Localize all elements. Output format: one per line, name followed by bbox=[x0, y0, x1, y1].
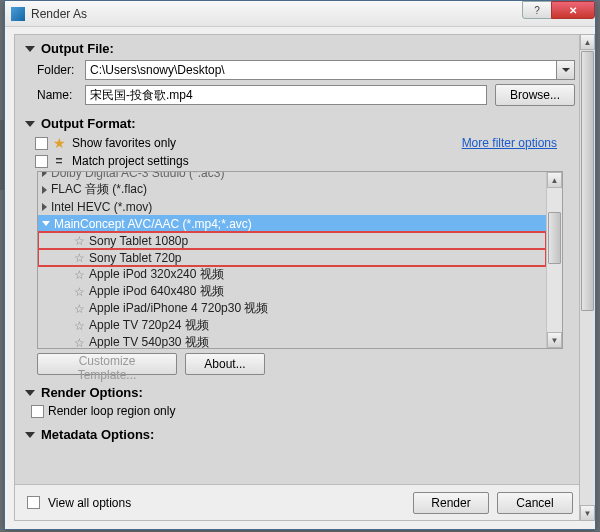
format-item[interactable]: FLAC 音频 (*.flac) bbox=[38, 181, 546, 198]
format-item-label: MainConcept AVC/AAC (*.mp4;*.avc) bbox=[54, 217, 252, 231]
format-item-label: FLAC 音频 (*.flac) bbox=[51, 181, 147, 198]
show-favorites-checkbox[interactable] bbox=[35, 137, 48, 150]
format-item[interactable]: ☆Apple iPad/iPhone 4 720p30 视频 bbox=[38, 300, 546, 317]
close-button[interactable]: ✕ bbox=[551, 1, 595, 19]
format-item[interactable]: ☆Apple iPod 640x480 视频 bbox=[38, 283, 546, 300]
metadata-options-section: Metadata Options: bbox=[15, 425, 585, 450]
folder-label: Folder: bbox=[37, 63, 85, 77]
match-project-checkbox[interactable] bbox=[35, 155, 48, 168]
metadata-options-header[interactable]: Metadata Options: bbox=[25, 427, 575, 442]
loop-region-checkbox[interactable] bbox=[31, 405, 44, 418]
output-file-section: Output File: Folder: Name: Browse... bbox=[15, 35, 585, 114]
collapse-arrow-icon bbox=[25, 390, 35, 396]
format-item-label: Sony Tablet 720p bbox=[89, 251, 182, 265]
collapse-arrow-icon bbox=[25, 121, 35, 127]
collapse-arrow-icon bbox=[25, 432, 35, 438]
render-button[interactable]: Render bbox=[413, 492, 489, 514]
favorite-star-icon[interactable]: ☆ bbox=[74, 319, 85, 333]
window-title: Render As bbox=[31, 7, 87, 21]
show-favorites-row: ★ Show favorites only More filter option… bbox=[35, 135, 575, 151]
loop-region-label: Render loop region only bbox=[48, 404, 175, 418]
name-label: Name: bbox=[37, 88, 85, 102]
help-button[interactable]: ? bbox=[522, 1, 552, 19]
cancel-button[interactable]: Cancel bbox=[497, 492, 573, 514]
tree-arrow-right-icon bbox=[42, 172, 47, 177]
format-item-label: Apple iPad/iPhone 4 720p30 视频 bbox=[89, 300, 268, 317]
dialog-content: Output File: Folder: Name: Browse... Out… bbox=[14, 34, 586, 521]
favorite-star-icon[interactable]: ☆ bbox=[74, 302, 85, 316]
format-list[interactable]: Dolby Digital AC-3 Studio (*.ac3)FLAC 音频… bbox=[38, 172, 546, 348]
format-item[interactable]: Intel HEVC (*.mov) bbox=[38, 198, 546, 215]
format-item-label: Apple iPod 640x480 视频 bbox=[89, 283, 224, 300]
dialog-scrollbar[interactable]: ▲ ▼ bbox=[579, 34, 595, 521]
render-options-title: Render Options: bbox=[41, 385, 143, 400]
folder-row: Folder: bbox=[37, 60, 575, 80]
output-format-title: Output Format: bbox=[41, 116, 136, 131]
tree-arrow-right-icon bbox=[42, 186, 47, 194]
format-item[interactable]: ☆Apple TV 540p30 视频 bbox=[38, 334, 546, 348]
titlebar[interactable]: Render As ? ✕ bbox=[5, 1, 595, 27]
format-item[interactable]: MainConcept AVC/AAC (*.mp4;*.avc) bbox=[38, 215, 546, 232]
format-item-label: Dolby Digital AC-3 Studio (*.ac3) bbox=[51, 172, 224, 180]
favorite-star-icon[interactable]: ☆ bbox=[74, 336, 85, 349]
format-item[interactable]: ☆Sony Tablet 1080p bbox=[38, 232, 546, 249]
format-scrollbar[interactable]: ▲ ▼ bbox=[546, 172, 562, 348]
more-filter-link[interactable]: More filter options bbox=[462, 136, 557, 150]
render-options-header[interactable]: Render Options: bbox=[25, 385, 575, 400]
format-item-label: Apple TV 720p24 视频 bbox=[89, 317, 209, 334]
customize-template-button[interactable]: Customize Template... bbox=[37, 353, 177, 375]
name-input[interactable] bbox=[85, 85, 487, 105]
scroll-thumb[interactable] bbox=[581, 51, 594, 311]
view-all-label: View all options bbox=[48, 496, 131, 510]
folder-dropdown[interactable] bbox=[557, 60, 575, 80]
scroll-thumb[interactable] bbox=[548, 212, 561, 264]
tree-arrow-down-icon bbox=[42, 221, 50, 226]
browse-button[interactable]: Browse... bbox=[495, 84, 575, 106]
favorite-star-icon[interactable]: ☆ bbox=[74, 251, 85, 265]
output-format-header[interactable]: Output Format: bbox=[25, 116, 575, 131]
tree-arrow-right-icon bbox=[42, 203, 47, 211]
folder-input[interactable] bbox=[85, 60, 557, 80]
format-item-label: Apple TV 540p30 视频 bbox=[89, 334, 209, 348]
output-format-section: Output Format: ★ Show favorites only Mor… bbox=[15, 114, 585, 383]
view-all-checkbox[interactable] bbox=[27, 496, 40, 509]
favorite-star-icon[interactable]: ☆ bbox=[74, 268, 85, 282]
collapse-arrow-icon bbox=[25, 46, 35, 52]
favorite-star-icon[interactable]: ☆ bbox=[74, 234, 85, 248]
format-list-box: Dolby Digital AC-3 Studio (*.ac3)FLAC 音频… bbox=[37, 171, 563, 349]
format-item[interactable]: ☆Apple TV 720p24 视频 bbox=[38, 317, 546, 334]
match-project-label: Match project settings bbox=[72, 154, 189, 168]
bottom-bar: View all options Render Cancel bbox=[15, 484, 585, 520]
output-file-title: Output File: bbox=[41, 41, 114, 56]
loop-region-row: Render loop region only bbox=[31, 404, 575, 418]
show-favorites-label: Show favorites only bbox=[72, 136, 176, 150]
format-item[interactable]: ☆Sony Tablet 720p bbox=[38, 249, 546, 266]
format-item[interactable]: ☆Apple iPod 320x240 视频 bbox=[38, 266, 546, 283]
match-project-row: = Match project settings bbox=[35, 154, 575, 168]
about-button[interactable]: About... bbox=[185, 353, 265, 375]
star-icon: ★ bbox=[52, 135, 66, 151]
metadata-options-title: Metadata Options: bbox=[41, 427, 154, 442]
scroll-up-icon[interactable]: ▲ bbox=[580, 34, 595, 50]
favorite-star-icon[interactable]: ☆ bbox=[74, 285, 85, 299]
scroll-down-icon[interactable]: ▼ bbox=[580, 505, 595, 521]
scroll-up-icon[interactable]: ▲ bbox=[547, 172, 562, 188]
app-icon bbox=[11, 7, 25, 21]
format-item-label: Intel HEVC (*.mov) bbox=[51, 200, 152, 214]
chevron-down-icon bbox=[562, 68, 570, 72]
format-item[interactable]: Dolby Digital AC-3 Studio (*.ac3) bbox=[38, 172, 546, 181]
format-item-label: Sony Tablet 1080p bbox=[89, 234, 188, 248]
output-file-header[interactable]: Output File: bbox=[25, 41, 575, 56]
render-as-dialog: Render As ? ✕ Output File: Folder: Name:… bbox=[4, 0, 596, 530]
render-options-section: Render Options: Render loop region only bbox=[15, 383, 585, 425]
scroll-down-icon[interactable]: ▼ bbox=[547, 332, 562, 348]
name-row: Name: Browse... bbox=[37, 84, 575, 106]
format-item-label: Apple iPod 320x240 视频 bbox=[89, 266, 224, 283]
equals-icon: = bbox=[52, 154, 66, 168]
